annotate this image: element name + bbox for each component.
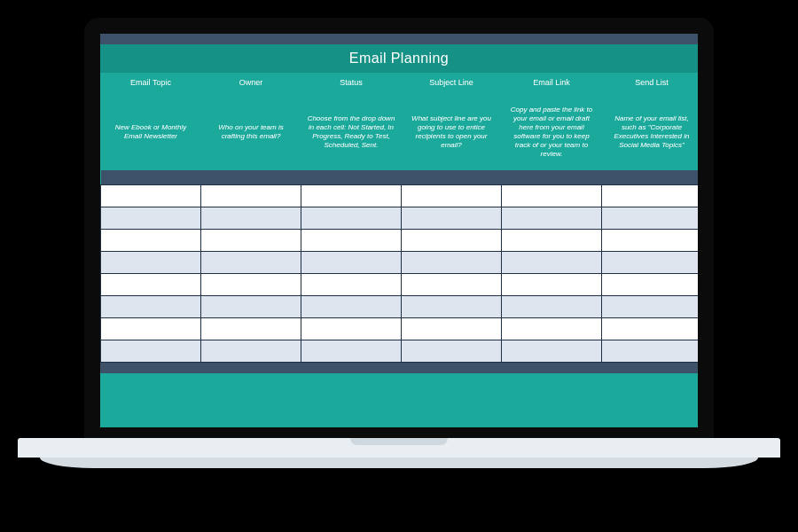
cell[interactable] [101,185,201,207]
col-desc: Name of your email list, such as "Corpor… [602,94,699,170]
table-row [101,185,699,207]
cell[interactable] [301,340,402,363]
cell[interactable] [201,252,301,274]
col-desc: Choose from the drop down in each cell: … [301,94,402,170]
cell[interactable] [201,296,301,318]
cell[interactable] [602,252,699,274]
cell[interactable] [301,252,402,274]
cell[interactable] [301,296,402,318]
table-row [101,296,699,318]
cell[interactable] [101,318,201,340]
separator-row [101,170,699,185]
col-desc: Who on your team is crafting this email? [201,94,301,170]
cell[interactable] [502,340,602,363]
col-header[interactable]: Send List [602,73,699,94]
laptop-foot [40,458,758,468]
data-body [101,170,699,363]
cell[interactable] [301,274,402,296]
cell[interactable] [502,185,602,207]
cell[interactable] [101,207,201,230]
cell[interactable] [101,340,201,363]
table-row [101,230,699,252]
cell[interactable] [502,318,602,340]
cell[interactable] [101,252,201,274]
description-row: New Ebook or Monthly Email Newsletter Wh… [101,94,699,170]
email-planning-table: Email Topic Owner Status Subject Line Em… [100,73,698,363]
col-header[interactable]: Email Link [502,73,602,94]
cell[interactable] [602,185,699,207]
cell[interactable] [301,230,402,252]
cell[interactable] [201,274,301,296]
col-header[interactable]: Status [301,73,402,94]
screen-bezel: Email Planning Email Topic Owner Status … [84,18,714,443]
cell[interactable] [502,252,602,274]
header-row: Email Topic Owner Status Subject Line Em… [101,73,699,94]
cell[interactable] [502,207,602,230]
cell[interactable] [301,207,402,230]
col-header[interactable]: Subject Line [402,73,502,94]
cell[interactable] [402,207,502,230]
cell[interactable] [402,340,502,363]
table-row [101,340,699,363]
cell[interactable] [402,318,502,340]
cell[interactable] [201,318,301,340]
cell[interactable] [201,185,301,207]
table-row [101,274,699,296]
laptop-mockup: Email Planning Email Topic Owner Status … [84,18,714,488]
col-header[interactable]: Owner [201,73,301,94]
cell[interactable] [201,340,301,363]
cell[interactable] [402,185,502,207]
cell[interactable] [602,274,699,296]
sheet-title: Email Planning [100,44,698,73]
cell[interactable] [402,230,502,252]
cell[interactable] [602,340,699,363]
cell[interactable] [602,318,699,340]
cell[interactable] [502,230,602,252]
spreadsheet-viewport: Email Planning Email Topic Owner Status … [100,34,698,427]
table-row [101,318,699,340]
col-desc: New Ebook or Monthly Email Newsletter [101,94,201,170]
col-header[interactable]: Email Topic [101,73,201,94]
cell[interactable] [502,274,602,296]
col-desc: Copy and paste the link to your email or… [502,94,602,170]
cell[interactable] [301,318,402,340]
col-desc: What subject line are you going to use t… [402,94,502,170]
cell[interactable] [602,207,699,230]
table-row [101,252,699,274]
cell[interactable] [602,296,699,318]
cell[interactable] [602,230,699,252]
cell[interactable] [201,207,301,230]
bottom-band [100,363,698,373]
cell[interactable] [101,296,201,318]
cell[interactable] [201,230,301,252]
laptop-hinge [18,438,780,458]
cell[interactable] [301,185,402,207]
cell[interactable] [101,230,201,252]
cell[interactable] [402,252,502,274]
cell[interactable] [402,296,502,318]
cell[interactable] [402,274,502,296]
top-band [100,34,698,44]
table-row [101,207,699,230]
cell[interactable] [502,296,602,318]
cell[interactable] [101,274,201,296]
